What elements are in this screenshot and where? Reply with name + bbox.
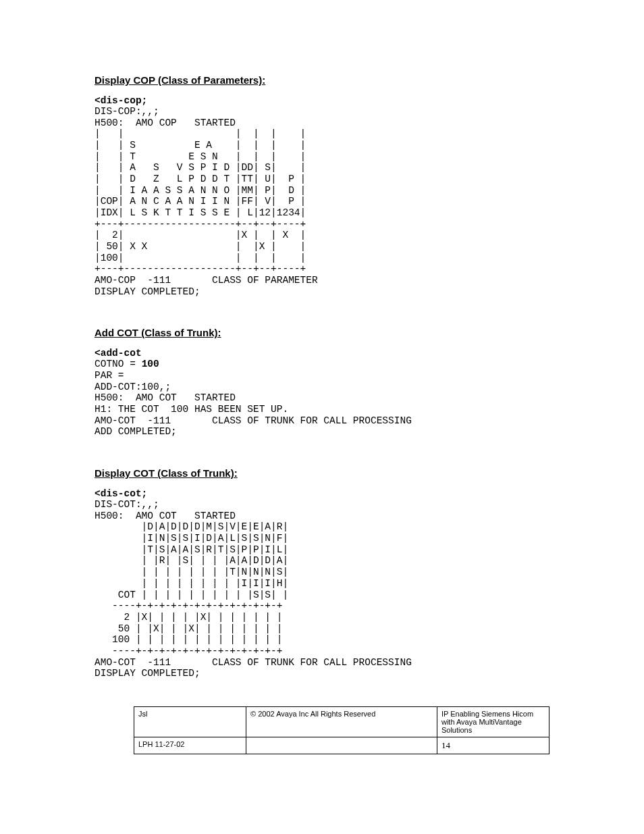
- page-content: Display COP (Class of Parameters): <dis-…: [0, 0, 644, 706]
- footer-page-number: 14: [437, 737, 549, 754]
- command-dis-cot: <dis-cot;: [95, 488, 549, 499]
- cotno-value: 100: [142, 359, 159, 369]
- footer-wrapper: Jsl © 2002 Avaya Inc All Rights Reserved…: [0, 706, 644, 781]
- footer-row-2: LPH 11-27-02 14: [134, 737, 549, 754]
- output-add-cot-cotno: COTNO = 100: [95, 359, 549, 370]
- footer-table: Jsl © 2002 Avaya Inc All Rights Reserved…: [134, 706, 549, 754]
- footer-author: Jsl: [134, 706, 246, 737]
- output-add-cot: PAR = ADD-COT:100,; H500: AMO COT STARTE…: [95, 370, 549, 438]
- footer-doc-title: IP Enabling Siemens Hicom with Avaya Mul…: [437, 706, 549, 737]
- footer-row-1: Jsl © 2002 Avaya Inc All Rights Reserved…: [134, 706, 549, 737]
- heading-add-cot: Add COT (Class of Trunk):: [95, 327, 549, 338]
- command-add-cot: <add-cot: [95, 348, 549, 359]
- output-dis-cot: DIS-COT:,,; H500: AMO COT STARTED |D|A|D…: [95, 499, 549, 679]
- footer-date: LPH 11-27-02: [134, 737, 246, 754]
- heading-dis-cop: Display COP (Class of Parameters):: [95, 74, 549, 86]
- heading-dis-cot: Display COT (Class of Trunk):: [95, 467, 549, 479]
- footer-copyright: © 2002 Avaya Inc All Rights Reserved: [246, 706, 437, 737]
- output-dis-cop: DIS-COP:,,; H500: AMO COP STARTED | | | …: [95, 106, 549, 297]
- footer-empty: [246, 737, 437, 754]
- command-dis-cop: <dis-cop;: [95, 95, 549, 106]
- cotno-label: COTNO =: [95, 359, 142, 369]
